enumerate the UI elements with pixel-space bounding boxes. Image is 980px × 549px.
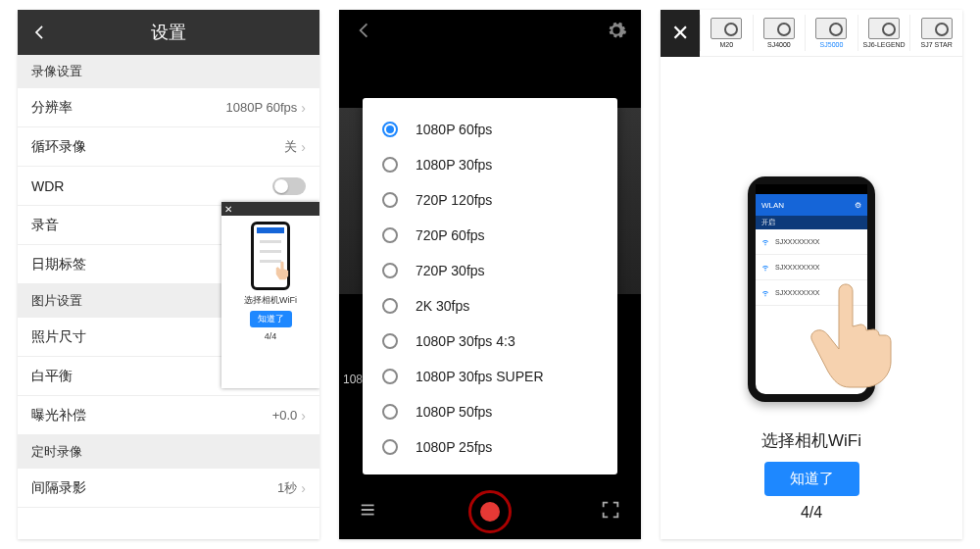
option-label: 720P 30fps [416, 263, 485, 278]
row-ev[interactable]: 曝光补偿 +0.0› [18, 396, 319, 435]
camera-tab[interactable]: SJ4000 [753, 15, 806, 51]
back-button[interactable] [29, 10, 49, 55]
radio-icon [382, 263, 398, 278]
camera-tab[interactable]: SJ6-LEGEND [858, 15, 910, 51]
row-label: 曝光补偿 [31, 407, 86, 424]
resolution-option[interactable]: 1080P 60fps [372, 112, 608, 147]
wifi-list-item: SJXXXXXXXX [756, 229, 867, 255]
settings-title: 设置 [151, 21, 186, 44]
section-video: 录像设置 [18, 55, 319, 88]
row-wdr[interactable]: WDR [18, 167, 319, 206]
resolution-picker-panel: 108 1080P 60fps1080P 30fps720P 120fps720… [339, 10, 641, 539]
phone-wlan-title: WLAN [761, 201, 784, 210]
resolution-option[interactable]: 1080P 25fps [372, 429, 608, 465]
chevron-right-icon: › [301, 480, 306, 496]
close-icon[interactable]: ✕ [221, 202, 235, 216]
resolution-option[interactable]: 720P 120fps [372, 182, 608, 218]
resolution-option[interactable]: 720P 60fps [372, 218, 608, 253]
row-value: 关 [284, 138, 297, 156]
record-button[interactable] [468, 490, 512, 533]
row-label: WDR [31, 178, 64, 194]
camera-icon [868, 18, 900, 39]
mini-caption: 选择相机WiFi [244, 294, 297, 307]
radio-icon [382, 404, 398, 420]
radio-icon [382, 157, 398, 173]
radio-icon [382, 192, 398, 208]
row-label: 日期标签 [31, 256, 86, 274]
camera-tab[interactable]: M20 [700, 15, 753, 51]
radio-icon [382, 122, 398, 137]
row-label: 照片尺寸 [31, 328, 86, 346]
wifi-tutorial-panel: ✕ M20SJ4000SJ5000SJ6-LEGENDSJ7 STAR WLAN… [661, 10, 962, 539]
camera-icon [815, 18, 847, 39]
resolution-option[interactable]: 1080P 30fps 4:3 [372, 324, 608, 359]
hand-pointer-icon [807, 274, 924, 392]
camera-tab[interactable]: SJ7 STAR [909, 15, 962, 51]
back-button[interactable] [353, 20, 374, 45]
wifi-icon [761, 289, 769, 297]
chevron-right-icon: › [301, 139, 306, 155]
partial-text: 108 [343, 373, 363, 386]
camera-icon [921, 18, 953, 39]
tutorial-caption: 选择相机WiFi [761, 429, 861, 452]
camera-selector-bar: ✕ M20SJ4000SJ5000SJ6-LEGENDSJ7 STAR [661, 10, 962, 57]
camera-label: SJ7 STAR [921, 41, 953, 48]
row-label: 循环录像 [31, 138, 86, 156]
fullscreen-icon[interactable] [600, 499, 621, 524]
camera-tab[interactable]: SJ5000 [805, 15, 858, 51]
resolution-option[interactable]: 2K 30fps [372, 288, 608, 324]
mini-ok-button[interactable]: 知道了 [250, 311, 292, 327]
option-label: 1080P 60fps [416, 122, 492, 137]
ok-button[interactable]: 知道了 [764, 462, 859, 496]
row-loop[interactable]: 循环录像 关› [18, 127, 319, 167]
option-label: 1080P 25fps [416, 439, 492, 455]
menu-icon[interactable] [359, 499, 380, 524]
close-button[interactable]: ✕ [661, 10, 700, 57]
section-timer: 定时录像 [18, 435, 319, 469]
tutorial-body: WLAN ⚙ 开启 SJXXXXXXXXSJXXXXXXXXSJXXXXXXXX… [661, 69, 962, 539]
mini-header: ✕ [221, 202, 319, 216]
settings-panel: 设置 录像设置 分辨率 1080P 60fps› 循环录像 关› WDR 录音 … [18, 10, 319, 539]
wdr-toggle[interactable] [272, 177, 306, 195]
camera-label: M20 [719, 41, 733, 48]
phone-gear-icon: ⚙ [855, 201, 861, 210]
radio-icon [382, 369, 398, 384]
option-label: 1080P 30fps 4:3 [416, 333, 515, 349]
phone-wlan-sub: 开启 [756, 216, 867, 229]
option-label: 1080P 30fps SUPER [416, 369, 544, 384]
hand-icon [273, 260, 295, 281]
chevron-right-icon: › [301, 408, 306, 424]
tutorial-pager: 4/4 [801, 504, 822, 522]
resolution-option[interactable]: 1080P 50fps [372, 394, 608, 429]
row-value: 1秒 [277, 479, 297, 497]
wifi-icon [761, 238, 769, 246]
camera-icon [710, 18, 742, 39]
radio-icon [382, 439, 398, 455]
row-label: 录音 [31, 217, 59, 234]
camera-icon [763, 18, 795, 39]
row-label: 白平衡 [31, 368, 73, 385]
camera-bottombar [339, 484, 641, 539]
resolution-option[interactable]: 1080P 30fps [372, 147, 608, 182]
camera-label: SJ6-LEGEND [862, 41, 905, 48]
camera-label: SJ4000 [767, 41, 791, 48]
chevron-right-icon: › [301, 100, 306, 116]
row-interval[interactable]: 间隔录影 1秒› [18, 469, 319, 508]
row-value: +0.0 [272, 408, 298, 423]
camera-label: SJ5000 [820, 41, 844, 48]
row-value: 1080P 60fps [226, 100, 298, 115]
resolution-option[interactable]: 720P 30fps [372, 253, 608, 288]
camera-tabs: M20SJ4000SJ5000SJ6-LEGENDSJ7 STAR [700, 15, 962, 51]
wifi-icon [761, 264, 769, 272]
resolution-option[interactable]: 1080P 30fps SUPER [372, 359, 608, 394]
radio-icon [382, 333, 398, 349]
settings-header: 设置 [18, 10, 319, 55]
row-resolution[interactable]: 分辨率 1080P 60fps› [18, 88, 319, 127]
gear-icon[interactable] [606, 20, 627, 45]
option-label: 1080P 50fps [416, 404, 492, 420]
radio-icon [382, 227, 398, 243]
radio-icon [382, 298, 398, 314]
row-label: 间隔录影 [31, 479, 86, 497]
mini-tutorial-overlay: ✕ 选择相机WiFi 知道了 4/4 [221, 202, 319, 388]
option-label: 2K 30fps [416, 298, 469, 314]
